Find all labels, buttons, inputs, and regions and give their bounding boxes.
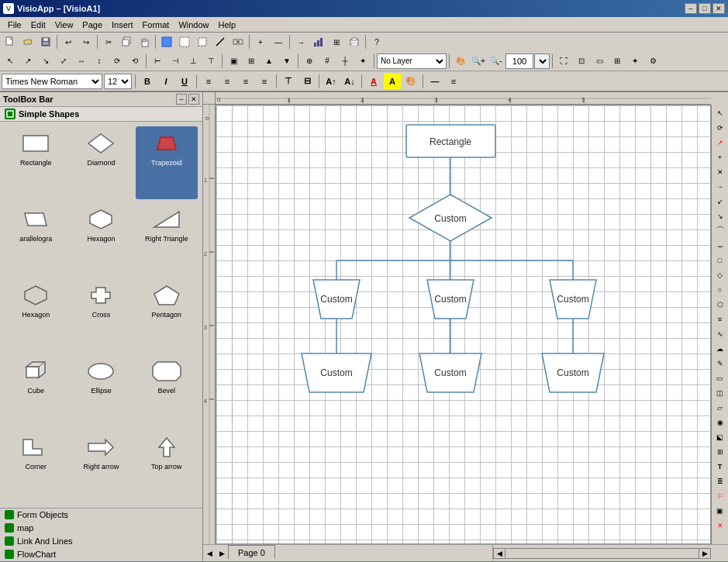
simple-shapes-header[interactable]: Simple Shapes (0, 107, 202, 122)
menu-help[interactable]: Help (214, 19, 241, 30)
line-style-button[interactable]: — (426, 74, 443, 89)
hscroll-right[interactable]: ▶ (699, 548, 711, 559)
print-button[interactable] (346, 33, 363, 50)
rt-rect2[interactable]: ▭ (713, 371, 727, 385)
shape-item-parallelogram[interactable]: arallelogra (5, 202, 67, 275)
italic-button[interactable]: I (157, 74, 174, 89)
tb2-align2[interactable]: ⊣ (167, 53, 184, 70)
rt-close2[interactable]: ✕ (713, 519, 727, 533)
tb2-btn5[interactable]: ↔ (73, 53, 90, 70)
rt-para[interactable]: ▱ (713, 401, 727, 415)
canvas-hscroll[interactable]: ◀ ▶ (492, 545, 711, 561)
rt-connect[interactable]: ↗ (713, 136, 727, 150)
tb2-btn6[interactable]: ↕ (91, 53, 108, 70)
close-button[interactable]: ✕ (712, 3, 725, 14)
minimize-button[interactable]: – (685, 3, 697, 14)
fill-color-button[interactable]: 🎨 (402, 74, 419, 89)
rt-arc1[interactable]: ⌒ (713, 224, 727, 238)
hscroll-left[interactable]: ◀ (493, 548, 505, 559)
menu-format[interactable]: Format (138, 19, 174, 30)
font-increase-button[interactable]: A↑ (323, 74, 340, 89)
rt-del[interactable]: ✕ (713, 165, 727, 179)
tb2-group2[interactable]: ⊞ (243, 53, 260, 70)
tb2-fit[interactable]: ⊡ (573, 53, 590, 70)
new-button[interactable] (2, 33, 19, 50)
align-right-button[interactable]: ≡ (237, 74, 254, 89)
menu-page[interactable]: Page (78, 19, 107, 30)
tb2-glue[interactable]: ✦ (354, 53, 371, 70)
rt-lines[interactable]: ≡ (713, 312, 727, 326)
redo-button[interactable]: ↪ (78, 33, 95, 50)
scroll-left-button[interactable]: ◀ (203, 545, 216, 561)
bold-button[interactable]: B (139, 74, 156, 89)
highlight-button[interactable]: A (384, 74, 401, 89)
shape-item-hexagon2[interactable]: Hexagon (5, 278, 67, 351)
tb2-btn4[interactable]: ⤢ (55, 53, 72, 70)
font-size-select[interactable]: 12 (104, 74, 132, 89)
grid-button[interactable]: ⊞ (328, 33, 345, 50)
font-decrease-button[interactable]: A↓ (341, 74, 358, 89)
tb2-align3[interactable]: ⊥ (185, 53, 202, 70)
plus-button[interactable]: + (252, 33, 269, 50)
menu-window[interactable]: Window (174, 19, 213, 30)
rt-bend1[interactable]: ↙ (713, 195, 727, 209)
paste-button[interactable] (136, 33, 153, 50)
page-tab-0[interactable]: Page 0 (228, 545, 275, 559)
select-button[interactable] (176, 33, 193, 50)
menu-file[interactable]: File (3, 19, 26, 30)
shape-item-bevel[interactable]: Bevel (136, 354, 198, 427)
undo-button[interactable]: ↩ (60, 33, 77, 50)
underline-button[interactable]: U (176, 74, 193, 89)
shape-item-rectangle[interactable]: Rectangle (5, 126, 67, 199)
tb2-extra3[interactable]: ⚙ (644, 53, 661, 70)
toolbox-close-button[interactable]: ✕ (188, 94, 199, 105)
rt-arc2[interactable]: ⌣ (713, 239, 727, 253)
rt-text[interactable]: T (713, 460, 727, 474)
restore-button[interactable]: □ (699, 3, 711, 14)
shape-item-top-arrow[interactable]: Top arrow (136, 430, 198, 503)
shape-item-right-arrow[interactable]: Right arrow (70, 430, 132, 503)
align-justify-button[interactable]: ≡ (256, 74, 273, 89)
hscroll-track[interactable] (505, 548, 699, 559)
chart-button[interactable] (310, 33, 327, 50)
rt-rect[interactable]: □ (713, 253, 727, 267)
shape-item-trapezoid[interactable]: Trapezoid (136, 126, 198, 199)
zoom-select[interactable]: ▼ (534, 53, 550, 69)
tb2-page[interactable]: ▭ (591, 53, 608, 70)
tb2-guide[interactable]: ┼ (336, 53, 354, 70)
menu-view[interactable]: View (50, 19, 78, 30)
tb2-align1[interactable]: ⊢ (149, 53, 166, 70)
tb2-color1[interactable]: 🎨 (452, 53, 469, 70)
drawing-canvas[interactable]: Rectangle Custom (216, 105, 711, 544)
valign-top-button[interactable]: ⊤ (280, 74, 297, 89)
line-width-button[interactable]: ≡ (445, 74, 462, 89)
section-item-map[interactable]: map (0, 522, 202, 535)
tb2-btn2[interactable]: ↗ (19, 53, 36, 70)
rt-wave[interactable]: ∿ (713, 327, 727, 341)
tb2-layer1[interactable]: ▲ (260, 53, 278, 70)
open-button[interactable] (19, 33, 36, 50)
tb2-extra1[interactable]: ⊞ (609, 53, 626, 70)
rt-pencil[interactable]: ✎ (713, 357, 727, 371)
tb2-layer2[interactable]: ▼ (278, 53, 295, 70)
line-button[interactable] (212, 33, 229, 50)
align-left-button[interactable]: ≡ (200, 74, 217, 89)
shape-item-ellipse[interactable]: Ellipse (70, 354, 132, 427)
rt-circle[interactable]: ○ (713, 283, 727, 297)
save-button[interactable] (37, 33, 54, 50)
rt-image[interactable]: ▣ (713, 504, 727, 518)
shape-item-right-triangle[interactable]: Right Triangle (136, 202, 198, 275)
tb2-btn3[interactable]: ↘ (37, 53, 54, 70)
font-color-button[interactable]: A (365, 74, 382, 89)
minus-button[interactable]: — (270, 33, 287, 50)
tb2-btn8[interactable]: ⟲ (126, 53, 143, 70)
connector-button[interactable] (229, 33, 247, 50)
toolbox-pin-button[interactable]: – (176, 94, 187, 105)
valign-mid-button[interactable]: ⊟ (298, 74, 316, 89)
tb2-grid[interactable]: # (319, 53, 336, 70)
rt-rotate[interactable]: ⟳ (713, 121, 727, 135)
shape-item-cross[interactable]: Cross (70, 278, 132, 351)
pointer-button[interactable] (158, 33, 175, 50)
section-item-flowchart[interactable]: FlowChart (0, 548, 202, 561)
rt-list[interactable]: ≣ (713, 474, 727, 488)
